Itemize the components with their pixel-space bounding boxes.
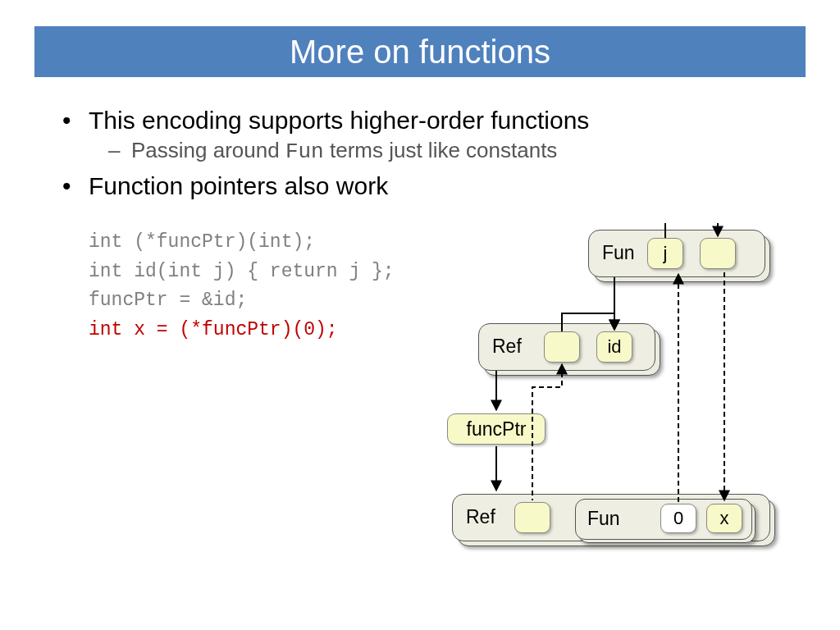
slot-x: x xyxy=(706,504,742,533)
sub-bullet-fun-terms: – Passing around Fun terms just like con… xyxy=(108,138,781,164)
bullet-func-ptrs: • Function pointers also work xyxy=(59,172,781,200)
bullet-marker-icon: • xyxy=(59,172,89,200)
code-line-4: int x = (*funcPtr)(0); xyxy=(89,316,395,345)
label-ref-mid: Ref xyxy=(492,336,522,358)
slot-ref-bot-addr xyxy=(514,502,550,533)
slot-zero: 0 xyxy=(660,504,696,533)
slot-fun-top-body xyxy=(700,238,736,269)
pill-funcptr: funcPtr xyxy=(447,413,546,445)
slide: More on functions • This encoding suppor… xyxy=(0,0,840,630)
body-text: • This encoding supports higher-order fu… xyxy=(59,100,781,203)
slot-ref-mid-left xyxy=(544,331,580,363)
bullet-text: Function pointers also work xyxy=(89,172,388,200)
code-line-1: int (*funcPtr)(int); xyxy=(89,228,395,258)
diagram: Fun j Ref id funcPtr Ref Fun 0 x xyxy=(455,223,800,584)
sub-bullet-text: Passing around Fun terms just like const… xyxy=(131,138,557,164)
title-bar: More on functions xyxy=(34,26,806,77)
slot-j: j xyxy=(647,238,683,269)
bullet-marker-icon: • xyxy=(59,107,89,135)
code-block: int (*funcPtr)(int); int id(int j) { ret… xyxy=(89,228,395,345)
slide-title: More on functions xyxy=(290,34,550,71)
code-line-2: int id(int j) { return j }; xyxy=(89,258,395,287)
bullet-higher-order: • This encoding supports higher-order fu… xyxy=(59,107,781,135)
code-line-3: funcPtr = &id; xyxy=(89,286,395,316)
label-fun-top: Fun xyxy=(602,242,635,264)
slot-id: id xyxy=(596,331,632,363)
dash-marker-icon: – xyxy=(108,138,131,164)
label-fun-bot: Fun xyxy=(587,508,620,530)
bullet-text: This encoding supports higher-order func… xyxy=(89,107,589,135)
label-ref-bot: Ref xyxy=(466,506,495,528)
